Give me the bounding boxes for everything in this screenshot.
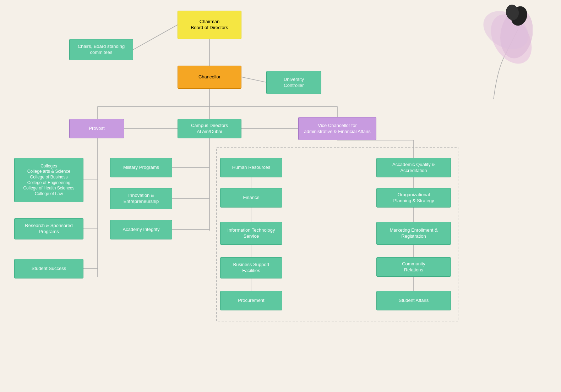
- procurement-box: Procurement: [220, 291, 282, 310]
- colleges-box: Colleges College arts & Science College …: [14, 158, 83, 202]
- provost-box: Provost: [69, 119, 124, 138]
- university-controller-box: University Controller: [266, 71, 321, 94]
- chairman-box: Chairman Board of Directors: [178, 11, 241, 39]
- svg-point-0: [483, 7, 533, 71]
- svg-point-3: [508, 4, 530, 28]
- org-chart: Chairman Board of Directors Chairs, Boar…: [0, 0, 561, 392]
- svg-line-8: [241, 77, 266, 82]
- marketing-box: Marketing Enrollment & Registration: [376, 222, 451, 245]
- student-affairs-box: Student Affairs: [376, 291, 451, 310]
- chairs-box: Chairs, Board standing commitees: [69, 39, 133, 60]
- chancellor-box: Chancellor: [178, 66, 241, 89]
- vice-chancellor-box: Vice Chancellor for administrative & Fin…: [298, 117, 376, 140]
- svg-point-1: [497, 6, 533, 61]
- it-service-box: Information Technology Service: [220, 222, 282, 245]
- military-programs-box: Military Programs: [110, 158, 172, 177]
- svg-point-2: [476, 3, 533, 57]
- innovation-box: Innovation & Entrepreneurship: [110, 188, 172, 209]
- svg-point-4: [505, 4, 520, 21]
- business-support-box: Business Support Facilities: [220, 257, 282, 278]
- finance-box: Finance: [220, 188, 282, 208]
- academy-integrity-box: Academy Integrity: [110, 220, 172, 239]
- human-resources-box: Human Resources: [220, 158, 282, 177]
- organizational-planning-box: Oraganizational Planning & Strategy: [376, 188, 451, 208]
- community-relations-box: Community Relations: [376, 257, 451, 277]
- academic-quality-box: Accademic Quality & Accreditation: [376, 158, 451, 177]
- research-programs-box: Research & Sponsored Programs: [14, 218, 83, 239]
- flower-decoration: [454, 0, 533, 99]
- svg-line-6: [133, 25, 178, 50]
- campus-directors-box: Campus Directors Al Ain/Dubai: [178, 119, 241, 138]
- student-success-box: Student Success: [14, 259, 83, 278]
